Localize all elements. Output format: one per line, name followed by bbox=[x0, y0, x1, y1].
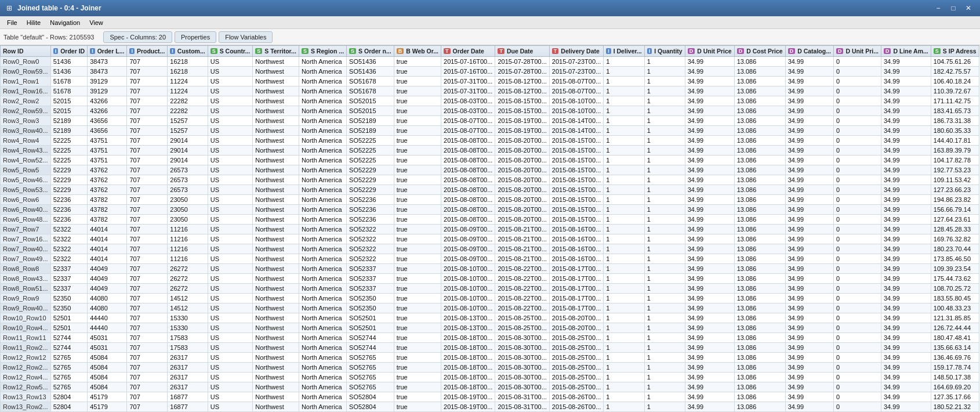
col-header-5[interactable]: SS Countr... bbox=[208, 46, 253, 57]
col-header-13[interactable]: II Deliver... bbox=[604, 46, 645, 57]
table-cell-6-15: 34.99 bbox=[685, 116, 734, 126]
menu-item-view[interactable]: View bbox=[85, 18, 108, 27]
col-header-16[interactable]: DD Cost Price bbox=[734, 46, 785, 57]
col-header-9[interactable]: BB Web Or... bbox=[394, 46, 441, 57]
table-cell-27-1: 52501 bbox=[50, 323, 88, 333]
table-cell-17-11: 2015-08-21T00... bbox=[495, 225, 549, 234]
table-row[interactable]: Row10_Row4...525014444070715330USNorthwe… bbox=[1, 323, 979, 333]
table-cell-26-6: Northwest bbox=[253, 313, 299, 323]
col-header-15[interactable]: DD Unit Price bbox=[685, 46, 734, 57]
col-header-17[interactable]: DD Catalog... bbox=[785, 46, 833, 57]
table-cell-8-8: SO52225 bbox=[347, 136, 394, 146]
table-cell-0-17: 34.99 bbox=[785, 57, 833, 67]
spec-button[interactable]: Spec - Columns: 20 bbox=[103, 31, 172, 43]
table-row[interactable]: Row3_Row40...521894365670715257USNorthwe… bbox=[1, 126, 979, 136]
col-header-18[interactable]: DD Unit Pri... bbox=[833, 46, 881, 57]
close-button[interactable]: ✕ bbox=[961, 2, 975, 14]
table-cell-3-11: 2015-08-12T00... bbox=[495, 86, 549, 96]
col-header-6[interactable]: SS Territor... bbox=[253, 46, 299, 57]
table-cell-8-16: 13.086 bbox=[734, 136, 785, 146]
table-cell-25-0: Row9_Row40... bbox=[1, 303, 51, 313]
table-row[interactable]: Row4_Row43...522254375170729014USNorthwe… bbox=[1, 146, 979, 156]
col-header-12[interactable]: TDelivery Date bbox=[549, 46, 603, 57]
table-cell-0-0: Row0_Row0 bbox=[1, 57, 51, 67]
col-header-20[interactable]: SS IP Adress bbox=[931, 46, 979, 57]
table-cell-20-19: 34.99 bbox=[881, 254, 931, 264]
table-row[interactable]: Row5_Row46...522294376270726573USNorthwe… bbox=[1, 175, 979, 185]
table-row[interactable]: Row7_Row7523224401470711216USNorthwestNo… bbox=[1, 225, 979, 234]
flow-variables-button[interactable]: Flow Variables bbox=[219, 31, 273, 43]
table-row[interactable]: Row1_Row1516783912970711224USNorthwestNo… bbox=[1, 77, 979, 86]
properties-button[interactable]: Properties bbox=[175, 31, 216, 43]
table-cell-24-8: SO52350 bbox=[347, 294, 394, 303]
table-cell-10-0: Row4_Row52... bbox=[1, 156, 51, 165]
table-row[interactable]: Row12_Row4...527654508470726317USNorthwe… bbox=[1, 373, 979, 382]
table-row[interactable]: Row13_Row13528044517970716877USNorthwest… bbox=[1, 392, 979, 402]
table-row[interactable]: Row7_Row40...523224401470711216USNorthwe… bbox=[1, 244, 979, 254]
col-header-0[interactable]: Row ID bbox=[1, 46, 51, 57]
table-cell-1-8: SO51436 bbox=[347, 67, 394, 77]
col-header-1[interactable]: IOrder ID bbox=[50, 46, 88, 57]
table-row[interactable]: Row11_Row2...527444503170717583USNorthwe… bbox=[1, 343, 979, 353]
table-cell-19-13: 1 bbox=[604, 244, 645, 254]
table-cell-10-16: 13.086 bbox=[734, 156, 785, 165]
table-row[interactable]: Row11_Row11527444503170717583USNorthwest… bbox=[1, 333, 979, 343]
table-cell-1-9: true bbox=[394, 67, 441, 77]
table-cell-21-9: true bbox=[394, 264, 441, 274]
col-header-2[interactable]: IOrder L... bbox=[88, 46, 127, 57]
table-row[interactable]: Row8_Row51...523374404970726272USNorthwe… bbox=[1, 284, 979, 294]
table-cell-7-13: 1 bbox=[604, 126, 645, 136]
col-header-14[interactable]: II Quantity bbox=[644, 46, 685, 57]
table-row[interactable]: Row7_Row16...523224401470711216USNorthwe… bbox=[1, 234, 979, 244]
col-header-19[interactable]: DD Line Am... bbox=[881, 46, 931, 57]
window-title: Joined table - 0:4 - Joiner bbox=[17, 4, 101, 12]
table-row[interactable]: Row4_Row52...522254375170729014USNorthwe… bbox=[1, 156, 979, 165]
col-header-8[interactable]: SS Order n... bbox=[347, 46, 394, 57]
col-header-7[interactable]: SS Region ... bbox=[299, 46, 346, 57]
table-cell-31-18: 0 bbox=[833, 363, 881, 373]
table-container[interactable]: Row IDIOrder IDIOrder L...IProduct...ICu… bbox=[0, 45, 980, 412]
table-cell-22-13: 1 bbox=[604, 274, 645, 284]
col-header-10[interactable]: TOrder Date bbox=[441, 46, 495, 57]
table-cell-28-2: 45031 bbox=[88, 333, 127, 343]
table-row[interactable]: Row10_Row10525014444070715330USNorthwest… bbox=[1, 313, 979, 323]
table-row[interactable]: Row6_Row48...522364378270723050USNorthwe… bbox=[1, 215, 979, 225]
table-row[interactable]: Row12_Row2...527654508470726317USNorthwe… bbox=[1, 363, 979, 373]
table-cell-8-14: 1 bbox=[644, 136, 685, 146]
title-bar-left: ⊞ Joined table - 0:4 - Joiner bbox=[5, 3, 101, 13]
table-row[interactable]: Row8_Row43...523374404970726272USNorthwe… bbox=[1, 274, 979, 284]
menu-item-hilite[interactable]: Hilite bbox=[22, 18, 45, 27]
table-row[interactable]: Row6_Row40...522364378270723050USNorthwe… bbox=[1, 205, 979, 215]
minimize-button[interactable]: − bbox=[931, 2, 945, 14]
table-row[interactable]: Row1_Row16...516783912970711224USNorthwe… bbox=[1, 86, 979, 96]
table-row[interactable]: Row6_Row6522364378270723050USNorthwestNo… bbox=[1, 195, 979, 205]
table-cell-22-4: 26272 bbox=[168, 274, 208, 284]
menu-item-file[interactable]: File bbox=[2, 18, 22, 27]
menu-item-navigation[interactable]: Navigation bbox=[45, 18, 85, 27]
table-row[interactable]: Row7_Row49...523224401470711216USNorthwe… bbox=[1, 254, 979, 264]
col-header-11[interactable]: TDue Date bbox=[495, 46, 549, 57]
table-cell-7-18: 0 bbox=[833, 126, 881, 136]
table-cell-11-12: 2015-08-15T00... bbox=[549, 165, 603, 175]
table-cell-2-18: 0 bbox=[833, 77, 881, 86]
table-row[interactable]: Row5_Row53...522294376270726573USNorthwe… bbox=[1, 185, 979, 195]
table-row[interactable]: Row0_Row59...514363847370716218USNorthwe… bbox=[1, 67, 979, 77]
table-row[interactable]: Row8_Row8523374404970726272USNorthwestNo… bbox=[1, 264, 979, 274]
col-header-3[interactable]: IProduct... bbox=[127, 46, 168, 57]
table-row[interactable]: Row4_Row4522254375170729014USNorthwestNo… bbox=[1, 136, 979, 146]
table-row[interactable]: Row13_Row2...528044517970716877USNorthwe… bbox=[1, 402, 979, 412]
table-cell-33-6: Northwest bbox=[253, 382, 299, 392]
title-bar-controls[interactable]: − □ ✕ bbox=[931, 2, 975, 14]
table-row[interactable]: Row12_Row5...527654508470726317USNorthwe… bbox=[1, 382, 979, 392]
table-row[interactable]: Row2_Row2520154326670722282USNorthwestNo… bbox=[1, 96, 979, 106]
maximize-button[interactable]: □ bbox=[946, 2, 960, 14]
table-row[interactable]: Row12_Row12527654508470726317USNorthwest… bbox=[1, 353, 979, 363]
table-row[interactable]: Row3_Row3521894365670715257USNorthwestNo… bbox=[1, 116, 979, 126]
table-row[interactable]: Row9_Row9523504408070714512USNorthwestNo… bbox=[1, 294, 979, 303]
table-row[interactable]: Row9_Row40...523504408070714512USNorthwe… bbox=[1, 303, 979, 313]
table-row[interactable]: Row0_Row0514363847370716218USNorthwestNo… bbox=[1, 57, 979, 67]
col-header-4[interactable]: ICustom... bbox=[168, 46, 208, 57]
table-cell-23-11: 2015-08-22T00... bbox=[495, 284, 549, 294]
table-row[interactable]: Row2_Row59...520154326670722282USNorthwe… bbox=[1, 106, 979, 116]
table-row[interactable]: Row5_Row5522294376270726573USNorthwestNo… bbox=[1, 165, 979, 175]
